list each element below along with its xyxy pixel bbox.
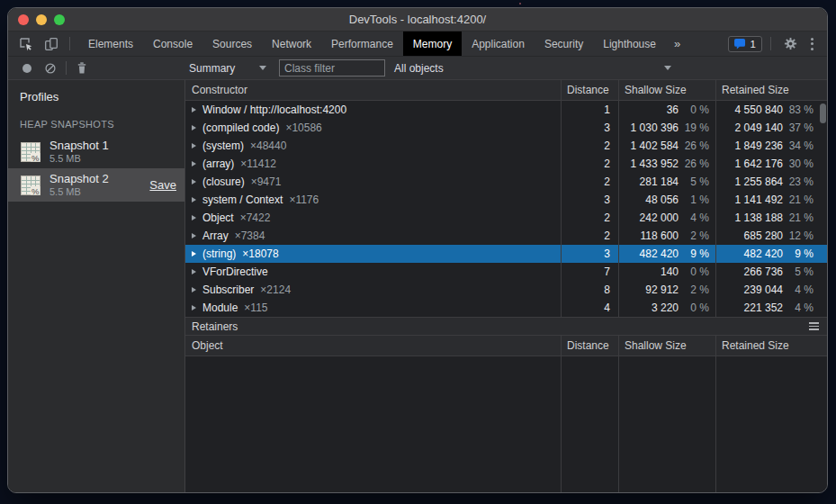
expand-arrow-icon[interactable]: [192, 233, 196, 238]
shallow-size-value: 1 030 396: [619, 122, 679, 134]
shallow-size-value: 36: [619, 104, 679, 116]
perspective-select[interactable]: Summary: [189, 62, 272, 75]
constructor-name: (array): [202, 158, 234, 170]
tab-memory[interactable]: Memory: [403, 32, 462, 56]
column-header-distance[interactable]: Distance: [561, 336, 618, 356]
constructor-cell: system / Context×1176: [185, 191, 561, 209]
column-header-retained-size[interactable]: Retained Size: [715, 80, 827, 100]
tab-performance[interactable]: Performance: [321, 32, 403, 56]
profiles-sidebar: Profiles HEAP SNAPSHOTS % Snapshot 15.5 …: [8, 80, 185, 492]
shallow-size-percent: 19 %: [679, 122, 709, 134]
expand-arrow-icon[interactable]: [192, 143, 196, 148]
expand-arrow-icon[interactable]: [192, 305, 196, 310]
shallow-size-cell: 1 030 39619 %: [618, 119, 715, 137]
retained-size-value: 2 049 140: [716, 122, 783, 134]
tab-elements[interactable]: Elements: [78, 32, 143, 56]
shallow-size-value: 281 184: [619, 176, 679, 188]
constructor-cell: Window / http://localhost:4200: [185, 101, 561, 119]
column-header-shallow-size[interactable]: Shallow Size: [618, 336, 715, 356]
retainers-table-header: Object Distance Shallow Size Retained Si…: [185, 336, 827, 356]
clear-profiles-button[interactable]: [39, 57, 62, 80]
heap-snapshot-item[interactable]: % Snapshot 25.5 MBSave: [8, 168, 184, 202]
constructor-row[interactable]: system / Context×1176348 0561 %1 141 492…: [185, 191, 827, 209]
column-header-shallow-size[interactable]: Shallow Size: [618, 80, 715, 100]
devtools-window: DevTools - localhost:4200/: [7, 7, 828, 493]
retainers-menu-icon[interactable]: [809, 322, 819, 330]
shallow-size-percent: 0 %: [679, 302, 709, 314]
expand-arrow-icon[interactable]: [192, 251, 196, 256]
distance-cell: 2: [561, 137, 618, 155]
shallow-size-value: 140: [619, 266, 679, 278]
retained-size-percent: 21 %: [783, 194, 814, 206]
constructor-row[interactable]: Object×74222242 0004 %1 138 18821 %: [185, 209, 827, 227]
delete-profile-button[interactable]: [70, 57, 94, 80]
expand-arrow-icon[interactable]: [192, 161, 196, 166]
expand-arrow-icon[interactable]: [192, 215, 196, 220]
heap-snapshot-item[interactable]: % Snapshot 15.5 MB: [8, 135, 184, 168]
issues-counter-button[interactable]: 1: [728, 36, 762, 52]
constructor-name: Window / http://localhost:4200: [202, 104, 346, 116]
distance-cell: 3: [561, 191, 618, 209]
device-toolbar-button[interactable]: [40, 34, 62, 54]
customize-devtools-button[interactable]: [805, 38, 819, 50]
distance-cell: 4: [561, 299, 618, 317]
constructor-name: system / Context: [202, 194, 283, 206]
constructor-name: (string): [202, 248, 236, 260]
expand-arrow-icon[interactable]: [192, 287, 196, 292]
constructor-row[interactable]: (string)×180783482 4209 %482 4209 %: [185, 245, 827, 263]
snapshot-name: Snapshot 1: [49, 140, 109, 153]
expand-arrow-icon[interactable]: [192, 269, 196, 274]
trash-icon: [76, 61, 88, 75]
divider: [66, 61, 67, 75]
shallow-size-cell: 242 0004 %: [618, 209, 715, 227]
constructor-row[interactable]: (closure)×94712281 1845 %1 255 86423 %: [185, 173, 827, 191]
retained-size-value: 1 141 492: [716, 194, 783, 206]
inspect-element-button[interactable]: [15, 34, 37, 54]
column-header-object[interactable]: Object: [185, 336, 561, 356]
tab-sources[interactable]: Sources: [202, 32, 262, 56]
tab-security[interactable]: Security: [535, 32, 593, 56]
clear-block-icon: [44, 62, 57, 75]
object-scope-select[interactable]: All objects: [394, 62, 675, 75]
constructor-row[interactable]: VForDirective71400 %266 7365 %: [185, 263, 827, 281]
instance-count: ×9471: [251, 176, 282, 188]
constructor-name: Module: [202, 302, 238, 314]
class-filter-input[interactable]: [279, 59, 385, 76]
tab-application[interactable]: Application: [462, 32, 535, 56]
instance-count: ×7384: [235, 230, 265, 242]
chevron-down-icon: [664, 66, 671, 70]
constructor-row[interactable]: Array×73842118 6002 %685 28012 %: [185, 227, 827, 245]
constructor-cell: (closure)×9471: [185, 173, 561, 191]
column-header-retained-size[interactable]: Retained Size: [715, 336, 827, 356]
vertical-scrollbar-thumb[interactable]: [820, 104, 826, 123]
constructor-row[interactable]: Module×11543 2200 %221 3524 %: [185, 299, 827, 317]
more-tabs-button[interactable]: »: [666, 32, 688, 56]
distance-cell: 3: [561, 245, 618, 263]
settings-button[interactable]: [779, 34, 801, 54]
column-header-constructor[interactable]: Constructor: [185, 80, 561, 100]
column-header-distance[interactable]: Distance: [561, 80, 618, 100]
record-heap-snapshot-button[interactable]: [15, 57, 39, 80]
instance-count: ×18078: [242, 248, 278, 260]
constructor-row[interactable]: Subscriber×2124892 9122 %239 0444 %: [185, 281, 827, 299]
retained-size-percent: 30 %: [783, 158, 814, 170]
tab-lighthouse[interactable]: Lighthouse: [593, 32, 666, 56]
constructor-row[interactable]: (system)×4844021 402 58426 %1 849 23634 …: [185, 137, 827, 155]
constructor-row[interactable]: Window / http://localhost:42001360 %4 55…: [185, 101, 827, 119]
tab-network[interactable]: Network: [262, 32, 321, 56]
divider: [770, 37, 771, 50]
expand-arrow-icon[interactable]: [192, 179, 196, 184]
expand-arrow-icon[interactable]: [192, 197, 196, 202]
snapshot-list: % Snapshot 15.5 MB % Snapshot 25.5 MBSav…: [8, 135, 184, 202]
instance-count: ×11412: [240, 158, 276, 170]
snapshot-save-link[interactable]: Save: [149, 178, 176, 192]
retained-size-value: 685 280: [716, 230, 783, 242]
shallow-size-cell: 1 433 95226 %: [618, 155, 715, 173]
heap-snapshot-icon: %: [21, 176, 40, 195]
constructor-row[interactable]: (array)×1141221 433 95226 %1 642 17630 %: [185, 155, 827, 173]
tab-console[interactable]: Console: [143, 32, 202, 56]
constructor-row[interactable]: (compiled code)×1058631 030 39619 %2 049…: [185, 119, 827, 137]
expand-arrow-icon[interactable]: [192, 107, 196, 112]
shallow-size-cell: 1400 %: [618, 263, 715, 281]
expand-arrow-icon[interactable]: [192, 125, 196, 130]
